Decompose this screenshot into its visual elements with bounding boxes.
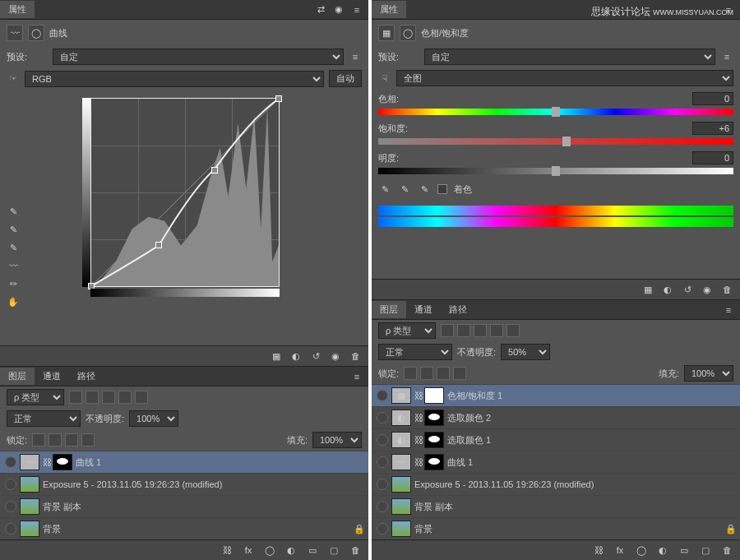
layer-mask[interactable] [424,387,444,404]
filter-smart-icon[interactable] [135,391,148,404]
opacity-input[interactable]: 50% [501,344,550,360]
fx-icon[interactable]: fx [613,544,627,557]
channels-tab[interactable]: 通道 [35,368,69,385]
layer-row[interactable]: 背景 🔒 [0,517,368,539]
smooth-icon[interactable]: 〰 [7,259,20,272]
visibility-toggle[interactable] [5,456,16,468]
filter-shape-icon[interactable] [490,324,503,337]
layer-thumb[interactable] [20,476,39,493]
lock-pixels-icon[interactable] [49,433,62,447]
eyedropper-minus-icon[interactable]: ✎ [418,183,431,196]
filter-smart-icon[interactable] [506,324,520,337]
preset-select[interactable]: 自定 [424,49,715,65]
eyedropper-white-icon[interactable]: ✎ [7,241,20,254]
layer-thumb-adj[interactable]: 〰 [20,454,39,470]
layer-name[interactable]: Exposure 5 - 2013.11.05 19:26:23 (modifi… [414,479,594,489]
mask-add-icon[interactable]: ◯ [263,544,276,557]
channels-tab[interactable]: 通道 [406,301,441,318]
layer-name[interactable]: 背景 [43,523,61,535]
filter-shape-icon[interactable] [118,391,132,404]
filter-icons[interactable] [69,391,148,404]
trash-icon[interactable]: 🗑 [349,349,362,363]
layer-mask[interactable] [424,432,444,448]
layer-name[interactable]: 曲线 1 [447,456,473,469]
layer-thumb[interactable] [391,498,411,515]
kind-filter[interactable]: ρ 类型 [378,322,436,339]
eyedropper-gray-icon[interactable]: ✎ [7,223,20,236]
layers-tab[interactable]: 图层 [372,301,406,318]
lock-all-icon[interactable] [81,433,95,447]
opacity-input[interactable]: 100% [129,410,178,427]
adjustment-add-icon[interactable]: ◐ [656,544,669,557]
lock-position-icon[interactable] [437,367,450,380]
hue-value[interactable]: 0 [692,92,733,105]
layer-name[interactable]: 选取颜色 1 [447,434,491,447]
layer-mask[interactable] [53,454,72,470]
arrows-icon[interactable]: ⇄ [314,3,327,16]
filter-type-icon[interactable] [474,324,487,337]
curves-graph[interactable] [90,98,280,287]
layer-thumb-adj[interactable]: 〰 [391,454,411,470]
delete-layer-icon[interactable]: 🗑 [349,544,362,557]
layer-row[interactable]: Exposure 5 - 2013.11.05 19:26:23 (modifi… [372,473,740,495]
layer-thumb[interactable] [20,498,39,515]
reset-icon[interactable]: ↺ [681,283,694,296]
layer-row[interactable]: ◐ ⛓ 选取颜色 1 [372,428,740,451]
visibility-toggle[interactable] [377,523,388,535]
camera-icon[interactable]: ◉ [332,3,345,16]
mask-icon[interactable]: ◯ [400,25,416,41]
curve-point-2[interactable] [211,167,218,174]
lightness-slider[interactable] [378,168,733,174]
layer-name[interactable]: 背景 副本 [43,501,81,513]
visibility-toggle[interactable] [377,434,388,446]
filter-type-icon[interactable] [102,391,115,404]
layer-thumb[interactable] [391,521,411,537]
channel-select[interactable]: RGB [25,71,324,87]
fx-icon[interactable]: fx [242,544,255,557]
range-select[interactable]: 全图 [396,70,733,86]
filter-adjust-icon[interactable] [457,324,470,337]
layers-tab[interactable]: 图层 [0,368,35,385]
layer-row[interactable]: Exposure 5 - 2013.11.05 19:26:23 (modifi… [0,473,368,495]
lock-all-icon[interactable] [453,367,466,380]
panel-menu-icon[interactable]: ≡ [722,303,735,317]
hue-slider[interactable] [378,109,733,115]
preset-select[interactable]: 自定 [53,49,344,65]
colorize-checkbox[interactable] [437,184,447,194]
layer-mask[interactable] [424,410,444,426]
fill-input[interactable]: 100% [312,432,362,448]
filter-pixel-icon[interactable] [441,324,454,337]
layer-name[interactable]: 背景 [414,523,432,535]
lock-position-icon[interactable] [65,433,78,447]
visibility-icon[interactable]: ◉ [329,349,342,363]
layer-mask[interactable] [424,454,444,470]
visibility-toggle[interactable] [377,479,388,490]
group-icon[interactable]: ▭ [306,544,319,557]
adjustment-add-icon[interactable]: ◐ [284,544,298,557]
lock-transparent-icon[interactable] [32,433,45,447]
eyedropper-black-icon[interactable]: ✎ [7,205,20,218]
preset-menu-icon[interactable]: ≡ [720,50,733,63]
curve-point-1[interactable] [155,242,162,248]
layer-row[interactable]: 背景 🔒 [372,517,740,539]
preset-menu-icon[interactable]: ≡ [349,50,362,63]
layer-thumb-adj[interactable]: ◐ [391,410,411,426]
delete-layer-icon[interactable]: 🗑 [720,544,733,557]
paths-tab[interactable]: 路径 [441,301,475,318]
layer-row[interactable]: 背景 副本 [0,495,368,517]
new-layer-icon[interactable]: ▢ [699,544,712,557]
paths-tab[interactable]: 路径 [69,368,104,385]
filter-adjust-icon[interactable] [86,391,99,404]
layer-row[interactable]: 〰 ⛓ 曲线 1 [372,451,740,473]
layer-row[interactable]: ▦ ⛓ 色相/饱和度 1 [372,384,740,406]
clip-icon[interactable]: ▦ [641,283,654,296]
hand-icon[interactable]: ☟ [378,72,391,85]
hand-icon[interactable]: ✋ [7,295,20,308]
layer-name[interactable]: 色相/饱和度 1 [447,390,502,402]
saturation-value[interactable]: +6 [692,122,733,135]
layer-thumb-adj[interactable]: ◐ [391,432,411,448]
layer-name[interactable]: 选取颜色 2 [447,412,491,424]
visibility-toggle[interactable] [377,390,388,401]
menu-icon[interactable]: ≡ [350,3,363,16]
filter-pixel-icon[interactable] [69,391,82,404]
